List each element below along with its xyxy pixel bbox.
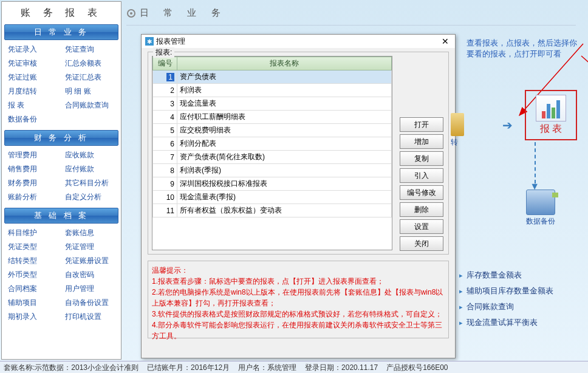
quick-links: 库存数量金额表辅助项目库存数量金额表合同账款查询现金流量试算平衡表 bbox=[459, 267, 581, 330]
table-row[interactable]: 11所有者权益（股东权益）变动表 bbox=[153, 204, 392, 217]
nav-link[interactable]: 打印机设置 bbox=[61, 310, 118, 324]
status-period: 已结账年月：2016年12月 bbox=[147, 363, 230, 372]
quick-link[interactable]: 库存数量金额表 bbox=[459, 267, 581, 283]
report-icon-box[interactable]: 报 表 bbox=[525, 90, 577, 140]
dialog-button-设置[interactable]: 设置 bbox=[400, 219, 443, 234]
nav-link[interactable]: 销售费用 bbox=[4, 162, 61, 176]
nav-link[interactable]: 用户管理 bbox=[61, 282, 118, 296]
nav-link[interactable]: 套账信息 bbox=[61, 226, 118, 240]
close-icon[interactable]: ✕ bbox=[439, 36, 451, 46]
main-area: 日 常 业 务 ✱ 报表管理 ✕ 报表: 编号 报表名称 bbox=[121, 0, 588, 361]
nav-link[interactable]: 外币类型 bbox=[4, 268, 61, 282]
status-bar: 套账名称:示范数据：2013小企业会计准则 已结账年月：2016年12月 用户名… bbox=[0, 361, 588, 373]
nav-link[interactable]: 其它科目分析 bbox=[61, 176, 118, 190]
dialog-button-删除[interactable]: 删除 bbox=[400, 202, 443, 217]
transfer-icon[interactable]: 转 bbox=[451, 113, 465, 148]
backup-icon bbox=[526, 190, 555, 215]
nav-link[interactable]: 凭证过账 bbox=[4, 70, 61, 84]
section-header[interactable]: 日 常 业 务 bbox=[4, 24, 118, 40]
table-row[interactable]: 2利润表 bbox=[153, 84, 392, 97]
nav-link[interactable]: 月度结转 bbox=[4, 84, 61, 98]
quick-link[interactable]: 合同账款查询 bbox=[459, 299, 581, 315]
nav-link[interactable]: 汇总余额表 bbox=[61, 56, 118, 70]
table-row[interactable]: 8利润表(季报) bbox=[153, 164, 392, 177]
nav-link[interactable]: 明 细 账 bbox=[61, 84, 118, 98]
report-table[interactable]: 编号 报表名称 1资产负债表2利润表3现金流量表4应付职工薪酬明细表5应交税费明… bbox=[152, 56, 392, 250]
gear-icon bbox=[126, 9, 136, 18]
nav-link[interactable]: 凭证汇总表 bbox=[61, 70, 118, 84]
nav-link[interactable]: 结转类型 bbox=[4, 254, 61, 268]
table-row[interactable]: 4应付职工薪酬明细表 bbox=[153, 111, 392, 124]
svg-line-3 bbox=[581, 56, 588, 91]
app-icon: ✱ bbox=[145, 37, 154, 46]
quick-link[interactable]: 现金流量试算平衡表 bbox=[459, 315, 581, 330]
nav-link[interactable]: 凭证查询 bbox=[61, 43, 118, 56]
nav-link[interactable]: 凭证账册设置 bbox=[61, 254, 118, 268]
table-row[interactable]: 9深圳国税报税接口标准报表 bbox=[153, 177, 392, 191]
nav-link[interactable]: 凭证审核 bbox=[4, 56, 61, 70]
nav-link[interactable]: 凭证管理 bbox=[61, 240, 118, 254]
nav-link[interactable]: 应付账款 bbox=[61, 162, 118, 176]
callout-text: 查看报表，点报表，然后选择你要看的报表，点打开即可看 bbox=[467, 38, 582, 60]
section-header[interactable]: 财 务 分 析 bbox=[4, 130, 118, 146]
nav-link[interactable]: 应收账款 bbox=[61, 148, 118, 162]
table-row[interactable]: 6利润分配表 bbox=[153, 137, 392, 151]
dialog-button-编号修改[interactable]: 编号修改 bbox=[400, 185, 443, 200]
nav-link bbox=[61, 112, 118, 126]
status-auth: 产品授权号166E00 bbox=[386, 363, 448, 372]
dialog-button-复制[interactable]: 复制 bbox=[400, 151, 443, 166]
nav-link[interactable]: 凭证类型 bbox=[4, 240, 61, 254]
col-num[interactable]: 编号 bbox=[153, 57, 177, 70]
col-name[interactable]: 报表名称 bbox=[177, 57, 392, 70]
dialog-title: 报表管理 bbox=[156, 36, 185, 47]
nav-link[interactable]: 自动备份设置 bbox=[61, 296, 118, 310]
nav-link[interactable]: 管理费用 bbox=[4, 148, 61, 162]
flow-arrow-right-icon: ➔ bbox=[502, 118, 513, 132]
backup-icon-box[interactable]: 数据备份 bbox=[526, 190, 555, 227]
tips-box: 温馨提示： 1.报表查看步骤：鼠标选中要查的报表，点【打开】进入报表界面查看；2… bbox=[148, 261, 449, 338]
dialog-button-增加[interactable]: 增加 bbox=[400, 134, 443, 149]
main-section-header: 日 常 业 务 bbox=[126, 5, 588, 25]
panel-title: 账 务 报 表 bbox=[4, 4, 118, 24]
section-header[interactable]: 基 础 档 案 bbox=[4, 208, 118, 224]
dialog-button-打开[interactable]: 打开 bbox=[400, 117, 443, 132]
table-row[interactable]: 1资产负债表 bbox=[153, 70, 392, 84]
table-row[interactable]: 10现金流量表(季报) bbox=[153, 191, 392, 204]
nav-link[interactable]: 期初录入 bbox=[4, 310, 61, 324]
status-acct: 套账名称:示范数据：2013小企业会计准则 bbox=[4, 363, 138, 372]
nav-link[interactable]: 合同账款查询 bbox=[61, 98, 118, 112]
nav-link[interactable]: 自定义分析 bbox=[61, 190, 118, 204]
status-login: 登录日期：2020.11.17 bbox=[305, 363, 378, 372]
nav-link[interactable]: 凭证录入 bbox=[4, 43, 61, 56]
left-panel: 账 务 报 表 日 常 业 务凭证录入凭证查询凭证审核汇总余额表凭证过账凭证汇总… bbox=[1, 1, 121, 360]
dialog-button-引入[interactable]: 引入 bbox=[400, 168, 443, 183]
nav-link[interactable]: 自改密码 bbox=[61, 268, 118, 282]
dialog-button-关闭[interactable]: 关闭 bbox=[400, 236, 443, 251]
nav-link[interactable]: 账龄分析 bbox=[4, 190, 61, 204]
report-dialog: ✱ 报表管理 ✕ 报表: 编号 报表名称 1资产负债表2利润表3现金流量表4应付… bbox=[141, 34, 456, 358]
chart-icon bbox=[536, 95, 566, 121]
nav-link[interactable]: 合同档案 bbox=[4, 282, 61, 296]
status-user: 用户名：系统管理 bbox=[238, 363, 296, 372]
svg-point-1 bbox=[130, 12, 132, 15]
nav-link[interactable]: 数据备份 bbox=[4, 112, 61, 126]
nav-link[interactable]: 辅助项目 bbox=[4, 296, 61, 310]
table-row[interactable]: 5应交税费明细表 bbox=[153, 124, 392, 137]
flow-arrow-down-icon bbox=[535, 142, 536, 183]
quick-link[interactable]: 辅助项目库存数量金额表 bbox=[459, 283, 581, 299]
table-row[interactable]: 7资产负债表(简化往来取数) bbox=[153, 151, 392, 164]
table-row[interactable]: 3现金流量表 bbox=[153, 97, 392, 111]
nav-link[interactable]: 科目维护 bbox=[4, 226, 61, 240]
nav-link[interactable]: 报 表 bbox=[4, 98, 61, 112]
dialog-titlebar: ✱ 报表管理 ✕ bbox=[142, 35, 455, 48]
nav-link[interactable]: 财务费用 bbox=[4, 176, 61, 190]
